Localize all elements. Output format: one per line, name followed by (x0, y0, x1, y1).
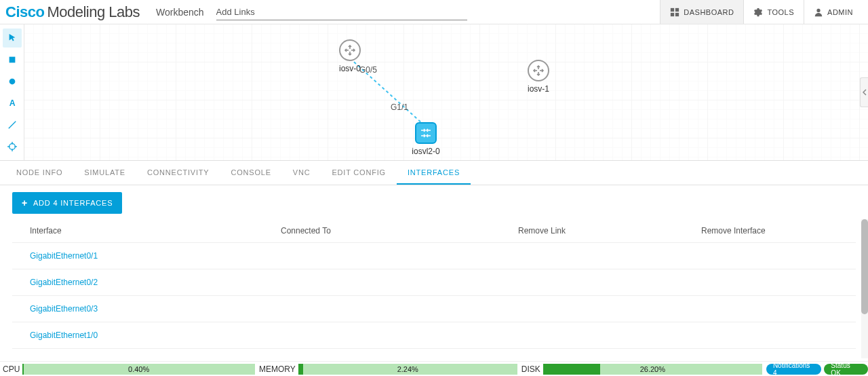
tools-button[interactable]: TOOLS (743, 0, 804, 24)
table-row: GigabitEthernet0/3 (12, 296, 856, 322)
table-row: GigabitEthernet0/1 (12, 243, 856, 269)
tab-console[interactable]: CONSOLE (220, 161, 281, 185)
switch-icon (419, 126, 433, 140)
node-iosv-0[interactable]: iosv-0 (339, 39, 361, 61)
topology-canvas[interactable]: iosv-0 iosv-1 iosvl2-0 G0/5 G1/1 (24, 24, 868, 160)
svg-point-6 (9, 79, 15, 85)
router-icon (532, 64, 545, 77)
connected-to-value: GigabitEthernet0/5.iosv-0 (281, 357, 372, 358)
link-label-g05: G0/5 (359, 65, 377, 75)
add-interfaces-label: ADD 4 INTERFACES (33, 199, 113, 207)
workbench-label: Workbench (156, 7, 204, 18)
line-tool[interactable] (3, 115, 22, 134)
svg-rect-5 (9, 57, 15, 63)
user-icon (814, 7, 823, 17)
cpu-value: 0.40% (128, 365, 149, 373)
link-label-g11: G1/1 (391, 102, 408, 112)
scrollbar-thumb[interactable] (861, 219, 868, 314)
mode-input[interactable] (216, 4, 467, 20)
header-nav: DASHBOARD TOOLS ADMIN (660, 0, 863, 24)
node-iosvl2-0[interactable]: iosvl2-0 (415, 122, 437, 144)
brand-modeling-labs: Modeling Labs (47, 3, 140, 21)
collapse-handle[interactable] (860, 77, 868, 107)
locate-tool[interactable] (3, 137, 22, 156)
col-interface: Interface (30, 226, 281, 236)
interface-link[interactable]: GigabitEthernet0/3 (30, 304, 98, 314)
tab-edit-config[interactable]: EDIT CONFIG (321, 161, 397, 185)
router-icon (344, 44, 356, 56)
tools-label: TOOLS (767, 8, 794, 16)
svg-point-9 (9, 144, 15, 150)
svg-text:A: A (9, 98, 15, 108)
tab-interfaces[interactable]: INTERFACES (397, 161, 471, 185)
tab-vnc[interactable]: VNC (282, 161, 321, 185)
gear-icon (753, 7, 763, 17)
interface-link[interactable]: GigabitEthernet0/1 (30, 251, 98, 261)
detail-tabs: NODE INFO SIMULATE CONNECTIVITY CONSOLE … (0, 161, 868, 185)
disk-value: 26.20% (640, 365, 665, 373)
svg-point-4 (816, 8, 820, 12)
dashboard-label: DASHBOARD (684, 8, 734, 16)
notifications-pill[interactable]: Notifications 4 (766, 364, 821, 375)
node-label-iosv-1: iosv-1 (528, 84, 549, 94)
pointer-tool[interactable] (3, 29, 22, 48)
table-row: GigabitEthernet1/1GigabitEthernet0/5.ios… (12, 349, 856, 358)
status-ok-pill[interactable]: Status OK (824, 364, 868, 375)
tab-connectivity[interactable]: CONNECTIVITY (136, 161, 220, 185)
canvas-area: A iosv-0 iosv-1 iosvl2-0 G0/5 G1/1 (0, 24, 868, 161)
tool-palette: A (0, 24, 24, 160)
admin-label: ADMIN (827, 8, 853, 16)
col-remove-interface: Remove Interface (701, 226, 838, 236)
table-row: GigabitEthernet1/0 (12, 322, 856, 349)
interfaces-table: Interface Connected To Remove Link Remov… (12, 226, 856, 358)
interfaces-panel: + ADD 4 INTERFACES Interface Connected T… (0, 185, 868, 358)
brand-cisco: Cisco (5, 3, 44, 21)
svg-rect-1 (675, 7, 679, 11)
app-header: Cisco Modeling Labs Workbench DASHBOARD … (0, 0, 868, 24)
cpu-label: CPU (0, 364, 22, 374)
remove-link-action[interactable]: REMOVE LINK (518, 358, 575, 358)
memory-bar: 2.24% (298, 364, 517, 375)
cpu-bar: 0.40% (22, 364, 255, 375)
memory-value: 2.24% (397, 365, 418, 373)
node-iosv-1[interactable]: iosv-1 (528, 60, 549, 81)
col-connected-to: Connected To (281, 226, 518, 236)
disk-label: DISK (519, 364, 543, 374)
svg-line-8 (8, 121, 16, 129)
node-label-iosvl2-0: iosvl2-0 (412, 147, 439, 156)
interface-link[interactable]: GigabitEthernet1/1 (30, 357, 98, 358)
ellipse-tool[interactable] (3, 72, 22, 91)
interface-link[interactable]: GigabitEthernet1/0 (30, 331, 98, 340)
text-tool[interactable]: A (3, 94, 22, 113)
status-bar: CPU 0.40% MEMORY 2.24% DISK 26.20% Notif… (0, 361, 868, 376)
dashboard-icon (670, 7, 679, 17)
rectangle-tool[interactable] (3, 50, 22, 69)
add-interfaces-button[interactable]: + ADD 4 INTERFACES (12, 192, 122, 214)
col-remove-link: Remove Link (518, 226, 701, 236)
table-row: GigabitEthernet0/2 (12, 269, 856, 296)
interface-link[interactable]: GigabitEthernet0/2 (30, 278, 98, 287)
svg-rect-0 (671, 7, 674, 11)
svg-rect-2 (671, 12, 674, 16)
tab-simulate[interactable]: SIMULATE (73, 161, 136, 185)
tab-node-info[interactable]: NODE INFO (5, 161, 73, 185)
node-label-iosv-0: iosv-0 (339, 64, 361, 73)
admin-button[interactable]: ADMIN (804, 0, 863, 24)
svg-rect-3 (675, 12, 679, 16)
table-header: Interface Connected To Remove Link Remov… (12, 226, 856, 243)
plus-icon: + (22, 198, 28, 208)
memory-label: MEMORY (256, 364, 298, 374)
chevron-left-icon (863, 89, 867, 96)
disk-bar: 26.20% (543, 364, 762, 375)
dashboard-button[interactable]: DASHBOARD (660, 0, 743, 24)
